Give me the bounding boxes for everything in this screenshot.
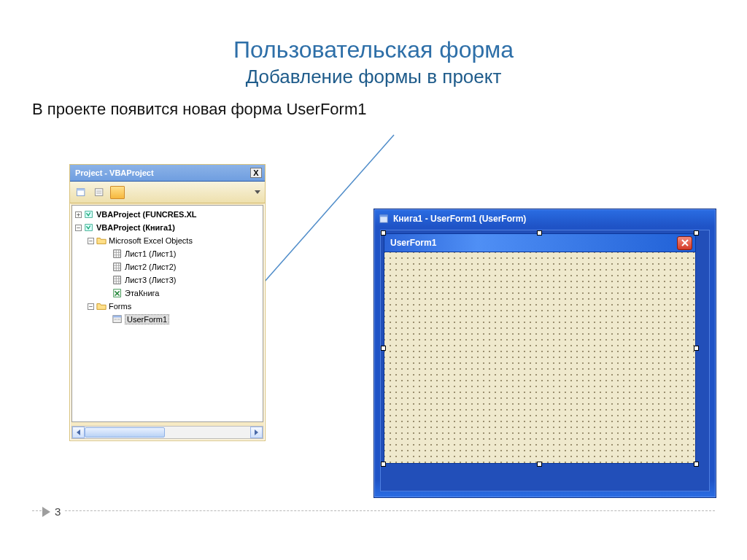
resize-handle-nw[interactable] [381,230,386,236]
resize-handle-e[interactable] [694,346,699,351]
worksheet-icon [112,249,123,259]
tree-label: ЭтаКнига [125,289,159,298]
page-arrow-icon [42,507,50,517]
tree-node-forms[interactable]: − Forms [74,300,261,313]
worksheet-icon [112,262,123,272]
collapse-icon[interactable]: − [88,303,94,310]
userform-icon [112,314,123,324]
svg-rect-26 [115,319,117,320]
resize-handle-n[interactable] [537,230,542,236]
project-explorer-titlebar[interactable]: Project - VBAProject X [70,165,265,182]
tree-node-userform1[interactable]: UserForm1 [74,313,261,326]
designer-titlebar[interactable]: Книга1 - UserForm1 (UserForm) [374,209,716,228]
folder-icon [96,301,107,311]
collapse-icon[interactable]: − [88,238,94,244]
tree-node-workbook[interactable]: ЭтаКнига [74,287,261,300]
tree-label: Лист2 (Лист2) [125,262,176,271]
designer-title: Книга1 - UserForm1 (UserForm) [393,214,526,224]
tree-node-sheet3[interactable]: Лист3 (Лист3) [74,273,261,287]
view-object-button[interactable] [91,184,107,201]
page-number-text: 3 [55,505,61,518]
close-icon[interactable]: X [250,168,262,178]
tree-label: Microsoft Excel Objects [109,236,193,245]
scroll-right-button[interactable] [250,427,263,438]
close-icon[interactable] [677,236,692,250]
expand-icon[interactable]: + [75,211,82,218]
resize-handle-s[interactable] [537,462,542,467]
project-explorer-title: Project - VBAProject [75,168,154,177]
vba-project-icon [84,222,94,233]
slide-body-text: В проекте появится новая форма UserForm1 [32,100,747,119]
tree-label: VBAProject (FUNCRES.XL [96,210,197,219]
designer-canvas[interactable]: UserForm1 [380,230,710,491]
svg-rect-13 [114,263,121,271]
userform[interactable]: UserForm1 [384,233,696,464]
svg-rect-27 [117,319,120,320]
form-document-icon [379,214,389,224]
slide-subtitle: Добавление формы в проект [0,66,747,88]
userform-title: UserForm1 [390,238,436,248]
worksheet-icon [112,275,123,285]
tree-node-sheet1[interactable]: Лист1 (Лист1) [74,247,261,260]
tree-label: Forms [109,302,131,311]
svg-rect-29 [380,215,388,217]
page-number: 3 [42,505,65,518]
svg-rect-25 [113,316,121,318]
svg-rect-5 [96,192,101,194]
workbook-icon [112,288,123,298]
tree-label: Лист3 (Лист3) [125,276,176,284]
svg-rect-18 [114,276,121,284]
project-explorer-panel: Project - VBAProject X + VBAProject (FUN… [69,164,266,441]
svg-rect-8 [114,250,121,258]
resize-handle-ne[interactable] [694,230,699,236]
svg-rect-3 [95,188,103,195]
folder-icon [96,236,107,246]
svg-rect-4 [96,190,101,192]
project-tree: + VBAProject (FUNCRES.XL − VBAProject (К… [71,205,263,422]
collapse-icon[interactable]: − [75,225,82,231]
view-code-button[interactable] [73,184,89,201]
footer-divider [32,510,715,511]
userform-titlebar[interactable]: UserForm1 [384,233,696,252]
tree-label: VBAProject (Книга1) [96,223,175,232]
tree-node-sheet2[interactable]: Лист2 (Лист2) [74,260,261,273]
userform-body[interactable] [384,252,696,464]
form-designer-window: Книга1 - UserForm1 (UserForm) UserForm1 [374,209,716,498]
slide-title: Пользовательская форма [0,35,747,64]
tree-node-book1[interactable]: − VBAProject (Книга1) [74,221,261,234]
tree-label: Лист1 (Лист1) [125,249,176,258]
horizontal-scrollbar[interactable] [71,426,263,439]
tree-node-funcres[interactable]: + VBAProject (FUNCRES.XL [74,208,261,221]
resize-handle-sw[interactable] [381,462,386,467]
toolbar-dropdown-icon[interactable] [253,184,262,201]
tree-node-excel-objects[interactable]: − Microsoft Excel Objects [74,234,261,247]
scroll-track[interactable] [85,427,250,438]
tree-label-selected: UserForm1 [125,314,169,324]
scroll-thumb[interactable] [85,427,165,438]
resize-handle-se[interactable] [694,462,699,467]
scroll-left-button[interactable] [72,427,85,438]
toggle-folders-button[interactable] [109,184,125,201]
resize-handle-w[interactable] [381,346,386,351]
vba-project-icon [84,209,94,219]
project-explorer-toolbar [70,182,265,203]
svg-rect-2 [77,188,85,190]
